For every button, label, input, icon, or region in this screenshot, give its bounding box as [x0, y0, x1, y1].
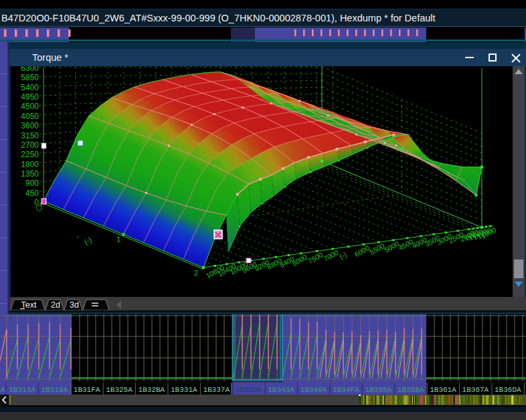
svg-text:1B361A: 1B361A: [430, 386, 456, 394]
svg-text:4500: 4500: [21, 102, 39, 111]
svg-text:1B325A: 1B325A: [106, 386, 133, 394]
svg-text:5850: 5850: [21, 73, 39, 82]
svg-text:900: 900: [25, 179, 39, 188]
svg-text:A: A: [1, 386, 5, 394]
svg-text:3d: 3d: [70, 300, 79, 310]
svg-text:1B367A: 1B367A: [462, 386, 489, 394]
svg-text:2250: 2250: [21, 150, 39, 159]
svg-text:1B313A: 1B313A: [9, 386, 35, 394]
svg-text:2d: 2d: [51, 300, 60, 310]
svg-text:1B349A: 1B349A: [300, 386, 327, 394]
svg-text:1B337A: 1B337A: [203, 386, 230, 394]
svg-text:1800: 1800: [21, 160, 39, 169]
svg-text:2700: 2700: [21, 140, 39, 150]
svg-text:6300: 6300: [21, 66, 39, 73]
svg-text:4950: 4950: [21, 92, 39, 102]
svg-text:5400: 5400: [21, 83, 39, 92]
svg-text:1B34FA: 1B34FA: [333, 386, 359, 394]
svg-text:1B33DA: 1B33DA: [236, 386, 262, 394]
svg-text:1B319A: 1B319A: [41, 386, 68, 394]
svg-text:1B36DA: 1B36DA: [495, 386, 521, 394]
svg-text:1B355A: 1B355A: [365, 386, 391, 394]
svg-text:2: 2: [194, 269, 198, 277]
svg-text:1350: 1350: [21, 169, 39, 179]
svg-text:4050: 4050: [21, 112, 39, 121]
svg-text:1B31FA: 1B31FA: [74, 386, 100, 394]
svg-text:1B32BA: 1B32BA: [139, 386, 165, 394]
svg-text:3150: 3150: [21, 131, 39, 140]
svg-text:450: 450: [25, 189, 39, 198]
svg-text:Text: Text: [21, 300, 37, 310]
svg-text:1: 1: [116, 235, 120, 243]
svg-text:3600: 3600: [21, 121, 39, 130]
svg-text:1B343A: 1B343A: [268, 386, 294, 394]
svg-text:1B35BA: 1B35BA: [398, 386, 424, 394]
svg-text:1B331A: 1B331A: [171, 386, 197, 394]
